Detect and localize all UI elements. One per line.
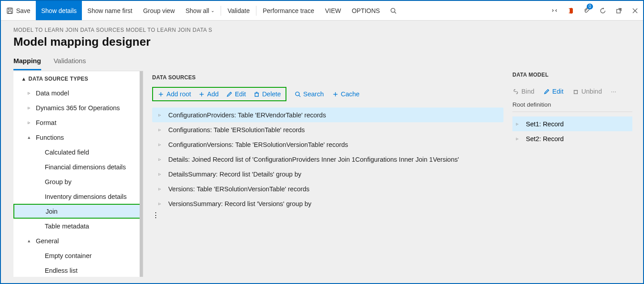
dm-row[interactable]: ▹Set1: Record xyxy=(512,116,632,131)
tree-item-data-model[interactable]: ▹Data model xyxy=(13,86,143,100)
attachments-button[interactable]: 0 xyxy=(579,1,595,20)
plus-icon xyxy=(158,91,164,98)
svg-point-3 xyxy=(391,8,395,12)
search-icon xyxy=(390,7,397,14)
edit-button[interactable]: Edit xyxy=(226,90,246,98)
caret-down-icon: ▴ xyxy=(26,134,32,140)
pencil-icon xyxy=(226,91,233,98)
show-all-dropdown[interactable]: Show all⌄ xyxy=(180,1,220,20)
tree-item-inventory-dimensions[interactable]: Inventory dimensions details xyxy=(13,189,143,204)
tree-item-group-by[interactable]: Group by xyxy=(13,174,143,189)
page-title: Model mapping designer xyxy=(1,35,643,54)
connect-icon[interactable] xyxy=(546,1,563,20)
performance-trace-button[interactable]: Performance trace xyxy=(257,1,320,20)
command-bar: Save Show details Show name first Group … xyxy=(1,1,643,21)
ds-row[interactable]: ▹ConfigurationProviders: Table 'ERVendor… xyxy=(152,108,503,122)
show-details-button[interactable]: Show details xyxy=(36,1,82,20)
svg-line-4 xyxy=(394,12,396,13)
panel-title-mid: DATA SOURCES xyxy=(152,71,503,87)
close-button[interactable] xyxy=(627,1,643,20)
caret-right-icon: ▹ xyxy=(514,136,520,142)
svg-rect-2 xyxy=(9,11,12,13)
add-button[interactable]: Add xyxy=(198,90,219,98)
caret-right-icon: ▹ xyxy=(26,120,32,125)
trash-icon xyxy=(253,91,260,98)
tree-item-format[interactable]: ▹Format xyxy=(13,115,143,130)
cache-button[interactable]: Cache xyxy=(332,90,360,98)
tree-item-empty-container[interactable]: Empty container xyxy=(13,248,143,263)
ds-row[interactable]: ▹ConfigurationVersions: Table 'ERSolutio… xyxy=(152,137,503,152)
caret-right-icon: ▹ xyxy=(157,127,163,133)
popout-button[interactable] xyxy=(611,1,627,20)
ds-row[interactable]: ▹VersionsSummary: Record list 'Versions'… xyxy=(152,196,503,211)
tab-row: Mapping Validations xyxy=(1,54,643,71)
panel-title-right: DATA MODEL xyxy=(512,71,632,88)
office-icon xyxy=(567,7,574,14)
unbind-button[interactable]: Unbind xyxy=(572,88,602,95)
ds-row[interactable]: ▹Details: Joined Record list of 'Configu… xyxy=(152,152,503,167)
tree-item-functions[interactable]: ▴Functions xyxy=(13,130,143,145)
plus-icon xyxy=(198,91,205,98)
close-icon xyxy=(631,7,639,14)
caret-right-icon: ▹ xyxy=(157,201,163,207)
svg-point-15 xyxy=(295,92,299,95)
ds-row[interactable]: ▹Versions: Table 'ERSolutionVersionTable… xyxy=(152,181,503,196)
data-sources-panel: DATA SOURCES Add root Add Edit Delete Se… xyxy=(143,71,509,277)
tree-item-calculated-field[interactable]: Calculated field xyxy=(13,145,143,159)
more-icon[interactable]: ⋮ xyxy=(152,211,503,219)
link-icon xyxy=(551,7,558,14)
edit-button-right[interactable]: Edit xyxy=(543,88,563,95)
plus-icon xyxy=(332,91,339,98)
svg-line-16 xyxy=(299,95,300,96)
svg-rect-12 xyxy=(255,93,258,96)
search-button-mid[interactable]: Search xyxy=(294,90,324,98)
caret-right-icon: ▹ xyxy=(157,186,163,192)
office-button[interactable] xyxy=(563,1,579,20)
toolbar-crud-group: Add root Add Edit Delete xyxy=(152,87,286,101)
search-button[interactable] xyxy=(385,1,401,20)
caret-right-icon: ▹ xyxy=(157,142,163,147)
tree-item-d365[interactable]: ▹Dynamics 365 for Operations xyxy=(13,100,143,115)
delete-button[interactable]: Delete xyxy=(253,90,281,98)
data-sources-list: ▹ConfigurationProviders: Table 'ERVendor… xyxy=(152,108,503,211)
tree-item-join[interactable]: Join xyxy=(13,204,143,219)
refresh-button[interactable] xyxy=(595,1,611,20)
show-name-first-button[interactable]: Show name first xyxy=(82,1,137,20)
popout-icon xyxy=(615,7,623,14)
tab-mapping[interactable]: Mapping xyxy=(13,54,41,70)
panel-title-left: ▴ DATA SOURCE TYPES xyxy=(13,71,143,86)
caret-right-icon: ▹ xyxy=(157,156,163,162)
more-button[interactable]: ··· xyxy=(611,88,616,95)
tree-item-table-metadata[interactable]: Table metadata xyxy=(13,219,143,233)
save-label: Save xyxy=(16,7,30,14)
svg-rect-19 xyxy=(574,90,578,94)
tree-item-endless-list[interactable]: Endless list xyxy=(13,263,143,278)
save-icon xyxy=(6,7,13,14)
root-definition-label: Root definition xyxy=(512,101,632,108)
refresh-icon xyxy=(599,7,606,14)
view-button[interactable]: VIEW xyxy=(320,1,346,20)
breadcrumb: MODEL TO LEARN JOIN DATA SOURCES MODEL T… xyxy=(1,21,643,35)
ds-row[interactable]: ▹DetailsSummary: Record list 'Details' g… xyxy=(152,167,503,181)
bind-button[interactable]: Bind xyxy=(512,88,534,95)
caret-right-icon: ▹ xyxy=(157,171,163,177)
separator xyxy=(221,6,221,16)
dm-row[interactable]: ▹Set2: Record xyxy=(512,131,632,146)
tab-validations[interactable]: Validations xyxy=(54,54,86,70)
ds-row[interactable]: ▹Configurations: Table 'ERSolutionTable'… xyxy=(152,122,503,137)
caret-right-icon: ▹ xyxy=(514,121,520,127)
pencil-icon xyxy=(543,88,550,95)
group-view-button[interactable]: Group view xyxy=(138,1,180,20)
save-button[interactable]: Save xyxy=(1,1,36,20)
link-icon xyxy=(512,88,519,95)
tree-item-financial-dimensions[interactable]: Financial dimensions details xyxy=(13,159,143,174)
add-root-button[interactable]: Add root xyxy=(158,90,191,98)
options-button[interactable]: OPTIONS xyxy=(346,1,385,20)
trash-icon xyxy=(572,88,579,95)
tree-item-general[interactable]: ▴General xyxy=(13,233,143,248)
caret-down-icon[interactable]: ▴ xyxy=(22,76,25,82)
search-icon xyxy=(294,91,301,98)
caret-right-icon: ▹ xyxy=(157,112,163,118)
caret-down-icon: ▴ xyxy=(26,238,32,244)
validate-button[interactable]: Validate xyxy=(222,1,255,20)
